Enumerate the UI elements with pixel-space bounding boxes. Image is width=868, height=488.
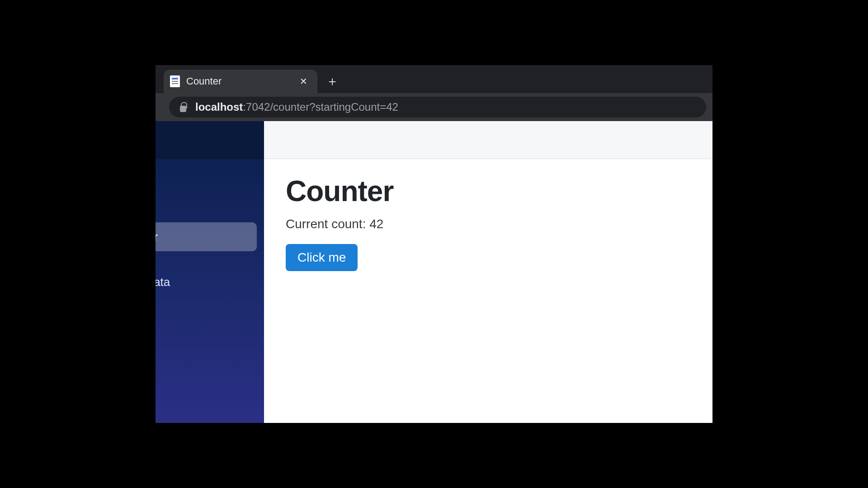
sidebar-item-label: h data (156, 275, 248, 289)
sidebar-item-home[interactable]: ne (156, 177, 257, 206)
sidebar-brand (156, 121, 264, 159)
tab-counter[interactable]: Counter ✕ (164, 70, 317, 93)
sidebar-item-fetch-data[interactable]: h data (156, 267, 257, 296)
url-host: localhost (195, 101, 243, 113)
page-topbar (264, 121, 712, 159)
url-text: localhost:7042/counter?startingCount=42 (195, 101, 398, 113)
sidebar-item-label: ne (156, 185, 248, 199)
sidebar-item-counter[interactable]: nter (156, 222, 257, 251)
count-value: 42 (369, 217, 383, 231)
tab-strip: Counter ✕ ＋ (156, 65, 712, 93)
page-viewport: ne nter h data Counter Current count: 42… (156, 121, 712, 423)
page-title: Counter (286, 174, 691, 208)
address-bar[interactable]: localhost:7042/counter?startingCount=42 (169, 97, 706, 117)
page-content: Counter Current count: 42 Click me (264, 159, 712, 286)
page-favicon (170, 75, 180, 87)
sidebar: ne nter h data (156, 121, 264, 423)
close-tab-button[interactable]: ✕ (297, 75, 309, 87)
increment-button[interactable]: Click me (286, 244, 358, 271)
new-tab-button[interactable]: ＋ (324, 73, 341, 90)
sidebar-item-label: nter (156, 230, 248, 244)
browser-window: Counter ✕ ＋ localhost:7042/counter?start… (156, 65, 712, 423)
sidebar-nav: ne nter h data (156, 159, 264, 296)
lock-icon (179, 102, 187, 112)
browser-toolbar: localhost:7042/counter?startingCount=42 (156, 93, 712, 121)
count-display: Current count: 42 (286, 217, 691, 231)
url-rest: :7042/counter?startingCount=42 (243, 101, 398, 113)
tab-title: Counter (186, 75, 291, 87)
main-area: Counter Current count: 42 Click me (264, 121, 712, 423)
count-label: Current count: (286, 217, 369, 231)
